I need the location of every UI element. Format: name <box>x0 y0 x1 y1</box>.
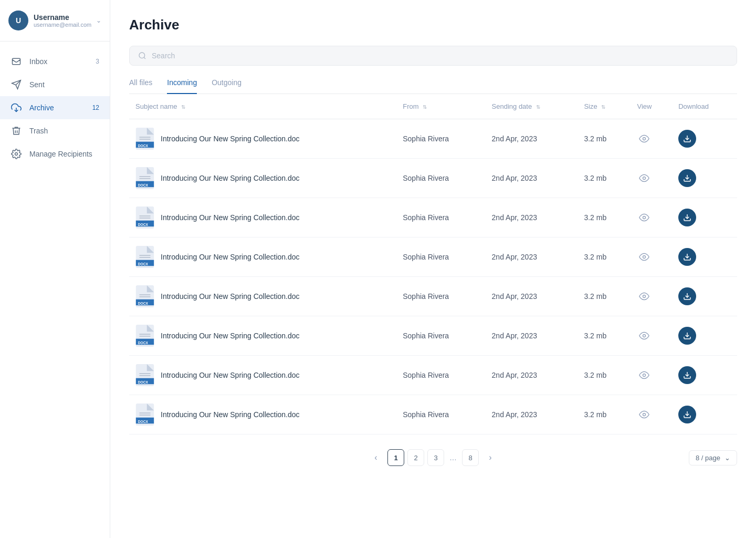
download-button-5[interactable] <box>678 327 696 345</box>
cell-download-7 <box>672 395 737 434</box>
per-page-select[interactable]: 8 / page ⌄ <box>689 450 737 465</box>
next-page-button[interactable]: › <box>482 449 499 466</box>
svg-text:DOCX: DOCX <box>138 144 149 148</box>
archive-icon <box>10 102 22 113</box>
download-button-3[interactable] <box>678 248 696 266</box>
page-ellipsis: … <box>447 453 459 462</box>
cell-date-2: 2nd Apr, 2023 <box>486 198 578 237</box>
svg-point-3 <box>15 153 18 156</box>
view-button-4[interactable] <box>637 289 652 304</box>
page-2-button[interactable]: 2 <box>407 449 424 466</box>
svg-text:DOCX: DOCX <box>138 302 149 305</box>
cell-view-1 <box>631 159 672 198</box>
cell-size-1: 3.2 mb <box>578 159 631 198</box>
sidebar-item-sent[interactable]: Sent <box>0 73 110 96</box>
sort-arrow-date: ⇅ <box>536 104 540 110</box>
prev-page-button[interactable]: ‹ <box>368 449 384 466</box>
file-name: Introducing Our New Spring Collection.do… <box>161 410 300 419</box>
per-page-label: 8 / page <box>696 454 720 462</box>
file-table: Subject name ⇅ From ⇅ Sending date ⇅ Siz… <box>129 94 737 434</box>
svg-text:DOCX: DOCX <box>138 341 149 345</box>
cell-download-2 <box>672 198 737 237</box>
main-content: Archive All files Incoming Outgoing Subj… <box>110 0 756 538</box>
download-button-4[interactable] <box>678 287 696 305</box>
cell-date-5: 2nd Apr, 2023 <box>486 316 578 356</box>
svg-point-32 <box>643 256 646 258</box>
sidebar-item-archive[interactable]: Archive 12 <box>0 96 110 119</box>
download-button-1[interactable] <box>678 169 696 187</box>
view-button-2[interactable] <box>637 210 652 225</box>
docx-file-icon: DOCX <box>135 404 154 426</box>
archive-label: Archive <box>29 104 54 112</box>
cell-date-1: 2nd Apr, 2023 <box>486 159 578 198</box>
download-button-2[interactable] <box>678 209 696 226</box>
cell-from-3: Sophia Rivera <box>396 237 485 277</box>
col-size[interactable]: Size ⇅ <box>578 94 631 119</box>
view-button-6[interactable] <box>637 368 652 382</box>
svg-point-60 <box>643 413 646 416</box>
cell-size-5: 3.2 mb <box>578 316 631 356</box>
tab-outgoing[interactable]: Outgoing <box>212 78 242 94</box>
cell-view-6 <box>631 356 672 395</box>
view-button-3[interactable] <box>637 250 652 264</box>
main-content-area: Archive All files Incoming Outgoing Subj… <box>110 0 756 538</box>
cell-size-7: 3.2 mb <box>578 395 631 434</box>
chevron-down-icon: ⌄ <box>96 17 101 24</box>
cell-size-2: 3.2 mb <box>578 198 631 237</box>
cell-subject-2: DOCX Introducing Our New Spring Collecti… <box>129 198 396 237</box>
file-name: Introducing Our New Spring Collection.do… <box>161 253 300 261</box>
col-from[interactable]: From ⇅ <box>396 94 485 119</box>
col-date[interactable]: Sending date ⇅ <box>486 94 578 119</box>
cell-date-6: 2nd Apr, 2023 <box>486 356 578 395</box>
cell-from-0: Sophia Rivera <box>396 119 485 159</box>
search-input[interactable] <box>152 51 728 60</box>
svg-text:DOCX: DOCX <box>138 420 149 423</box>
svg-point-18 <box>643 177 646 180</box>
manage-recipients-icon <box>10 149 22 159</box>
svg-point-11 <box>643 138 646 140</box>
cell-view-5 <box>631 316 672 356</box>
cell-date-3: 2nd Apr, 2023 <box>486 237 578 277</box>
col-download: Download <box>672 94 737 119</box>
docx-file-icon: DOCX <box>135 246 154 268</box>
file-name: Introducing Our New Spring Collection.do… <box>161 292 300 301</box>
sidebar-item-trash[interactable]: Trash <box>0 119 110 142</box>
view-button-0[interactable] <box>637 131 652 146</box>
cell-date-4: 2nd Apr, 2023 <box>486 277 578 316</box>
download-button-6[interactable] <box>678 366 696 384</box>
download-button-0[interactable] <box>678 130 696 148</box>
cell-from-5: Sophia Rivera <box>396 316 485 356</box>
user-profile[interactable]: U Username username@email.com ⌄ <box>0 0 110 42</box>
cell-from-6: Sophia Rivera <box>396 356 485 395</box>
user-name: Username <box>34 13 94 22</box>
svg-text:DOCX: DOCX <box>138 223 149 226</box>
view-button-7[interactable] <box>637 407 652 422</box>
cell-size-4: 3.2 mb <box>578 277 631 316</box>
svg-point-25 <box>643 216 646 219</box>
search-bar <box>129 46 737 66</box>
page-8-button[interactable]: 8 <box>462 449 479 466</box>
svg-point-53 <box>643 374 646 377</box>
cell-download-5 <box>672 316 737 356</box>
cell-download-3 <box>672 237 737 277</box>
svg-text:DOCX: DOCX <box>138 262 149 266</box>
download-button-7[interactable] <box>678 406 696 423</box>
docx-file-icon: DOCX <box>135 325 154 347</box>
page-3-button[interactable]: 3 <box>427 449 444 466</box>
svg-text:DOCX: DOCX <box>138 380 149 384</box>
view-button-5[interactable] <box>637 328 652 343</box>
view-button-1[interactable] <box>637 171 652 185</box>
tab-incoming[interactable]: Incoming <box>167 78 197 94</box>
tab-all-files[interactable]: All files <box>129 78 152 94</box>
pagination: ‹ 1 2 3 … 8 › <box>368 449 499 466</box>
file-name: Introducing Our New Spring Collection.do… <box>161 332 300 340</box>
col-subject[interactable]: Subject name ⇅ <box>129 94 396 119</box>
sidebar-item-manage-recipients[interactable]: Manage Recipients <box>0 142 110 165</box>
sidebar-nav: Inbox 3 Sent Archive 12 <box>0 42 110 538</box>
docx-file-icon: DOCX <box>135 167 154 189</box>
cell-from-2: Sophia Rivera <box>396 198 485 237</box>
cell-download-6 <box>672 356 737 395</box>
sidebar-item-inbox[interactable]: Inbox 3 <box>0 50 110 73</box>
cell-from-4: Sophia Rivera <box>396 277 485 316</box>
page-1-button[interactable]: 1 <box>387 449 404 466</box>
